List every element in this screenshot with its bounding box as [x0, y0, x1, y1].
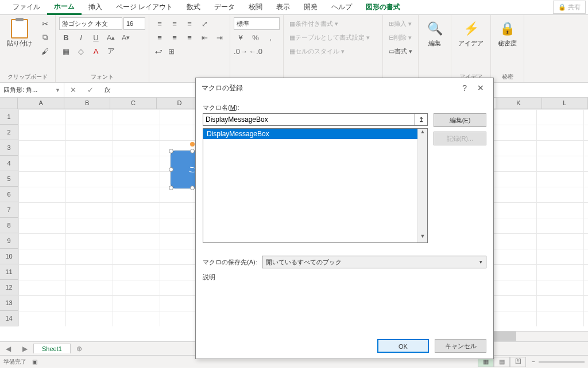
tab-shape-format[interactable]: 図形の書式 — [359, 1, 407, 14]
row-header-3[interactable]: 3 — [0, 140, 18, 156]
resize-handle-sw[interactable] — [169, 186, 173, 190]
tab-view[interactable]: 表示 — [269, 1, 297, 14]
zoom-slider[interactable] — [539, 361, 585, 363]
font-color-button[interactable]: A — [89, 45, 103, 57]
tab-review[interactable]: 校閲 — [242, 1, 269, 14]
align-center-button[interactable]: ≡ — [168, 31, 181, 44]
format-as-table-button[interactable]: ▦ テーブルとして書式設定 ▾ — [287, 31, 379, 44]
fx-button[interactable]: fx — [99, 86, 116, 94]
col-header-C[interactable]: C — [110, 98, 156, 109]
bold-button[interactable]: B — [59, 31, 73, 44]
macro-list[interactable]: DisplayMessageBox ▲ ▼ — [203, 128, 428, 243]
align-right-button[interactable]: ≡ — [183, 31, 196, 44]
tab-insert[interactable]: 挿入 — [82, 1, 109, 14]
enter-formula-button[interactable]: ✓ — [82, 86, 99, 94]
cancel-button[interactable]: キャンセル — [435, 339, 486, 353]
row-header-2[interactable]: 2 — [0, 125, 18, 140]
macro-list-item-selected[interactable]: DisplayMessageBox — [203, 129, 427, 139]
view-page-break-button[interactable]: 凹 — [510, 357, 526, 367]
macro-list-scrollbar[interactable]: ▲ ▼ — [417, 129, 427, 242]
col-header-A[interactable]: A — [18, 98, 64, 109]
delete-cells-button[interactable]: ⊟ 削除 ▾ — [386, 31, 414, 44]
sheet-nav-next[interactable]: ▶ — [17, 345, 33, 353]
row-header-9[interactable]: 9 — [0, 233, 18, 249]
row-header-13[interactable]: 13 — [0, 295, 18, 311]
row-header-7[interactable]: 7 — [0, 202, 18, 218]
add-sheet-button[interactable]: ⊕ — [71, 345, 88, 353]
increase-indent-button[interactable]: ⇥ — [212, 31, 226, 44]
find-select-button[interactable]: 🔍 編集 — [422, 17, 447, 50]
decrease-indent-button[interactable]: ⇤ — [198, 31, 211, 44]
decrease-font-button[interactable]: A▾ — [119, 31, 133, 44]
col-header-K[interactable]: K — [496, 98, 541, 109]
row-header-4[interactable]: 4 — [0, 156, 18, 171]
tab-page-layout[interactable]: ページ レイアウト — [109, 1, 180, 14]
resize-handle-nw[interactable] — [169, 149, 173, 153]
copy-button[interactable]: ⧉ — [38, 31, 52, 44]
scroll-down-icon[interactable]: ▼ — [418, 233, 427, 242]
align-middle-button[interactable]: ≡ — [168, 17, 181, 30]
number-format-combo[interactable]: 標準 — [234, 17, 280, 30]
dialog-help-button[interactable]: ? — [455, 83, 474, 93]
cut-button[interactable]: ✂ — [38, 17, 52, 30]
increase-font-button[interactable]: A▴ — [104, 31, 118, 44]
edit-macro-button[interactable]: 編集(E) — [434, 113, 486, 127]
share-button[interactable]: 🔒 共有 — [553, 1, 586, 14]
italic-button[interactable]: I — [74, 31, 88, 44]
name-box[interactable]: 四角形: 角... ▼ — [0, 83, 64, 97]
sheet-tab-sheet1[interactable]: Sheet1 — [33, 344, 71, 353]
align-left-button[interactable]: ≡ — [153, 31, 167, 44]
dialog-titlebar[interactable]: マクロの登録 ? ✕ — [196, 78, 493, 98]
select-all-corner[interactable] — [0, 98, 18, 109]
underline-button[interactable]: U — [89, 31, 103, 44]
row-header-12[interactable]: 12 — [0, 280, 18, 295]
resize-handle-s[interactable] — [190, 186, 195, 190]
decrease-decimal-button[interactable]: ←.0 — [249, 45, 262, 57]
borders-button[interactable]: ▦ — [59, 45, 73, 57]
col-header-L[interactable]: L — [542, 98, 588, 109]
row-header-1[interactable]: 1 — [0, 109, 18, 125]
paste-button[interactable]: 貼り付け — [3, 17, 36, 50]
scroll-up-icon[interactable]: ▲ — [418, 129, 427, 138]
ok-button[interactable]: OK — [377, 339, 429, 353]
row-header-11[interactable]: 11 — [0, 264, 18, 280]
insert-cells-button[interactable]: ⊞ 挿入 ▾ — [386, 17, 414, 30]
format-cells-button[interactable]: ▭ 書式 ▾ — [386, 45, 415, 57]
font-name-combo[interactable]: 游ゴシック 本文 — [59, 17, 122, 30]
percent-button[interactable]: % — [249, 31, 262, 44]
align-bottom-button[interactable]: ≡ — [183, 17, 196, 30]
cancel-formula-button[interactable]: ✕ — [64, 86, 82, 94]
phonetic-button[interactable]: ア — [104, 45, 118, 57]
sheet-nav-prev[interactable]: ◀ — [0, 345, 17, 353]
cell-styles-button[interactable]: ▦ セルのスタイル ▾ — [287, 45, 379, 57]
tab-data[interactable]: データ — [207, 1, 242, 14]
row-header-8[interactable]: 8 — [0, 218, 18, 233]
row-header-10[interactable]: 10 — [0, 249, 18, 264]
row-header-14[interactable]: 14 — [0, 311, 18, 326]
comma-button[interactable]: , — [264, 31, 277, 44]
col-header-B[interactable]: B — [64, 98, 110, 109]
macro-name-input[interactable] — [203, 113, 415, 126]
align-top-button[interactable]: ≡ — [153, 17, 167, 30]
macro-store-combo[interactable]: 開いているすべてのブック ▾ — [262, 256, 486, 268]
conditional-format-button[interactable]: ▦ 条件付き書式 ▾ — [287, 17, 379, 30]
tab-help[interactable]: ヘルプ — [324, 1, 359, 14]
sensitivity-button[interactable]: 🔒 秘密度 — [494, 17, 520, 50]
increase-decimal-button[interactable]: .0→ — [234, 45, 247, 57]
macro-record-icon[interactable]: ▣ — [32, 359, 37, 365]
ideas-button[interactable]: ⚡ アイデア — [455, 17, 487, 50]
orientation-button[interactable]: ⤢ — [198, 17, 211, 30]
accounting-button[interactable]: ¥ — [234, 31, 247, 44]
fill-color-button[interactable]: ◇ — [74, 45, 88, 57]
merge-button[interactable]: ⊞ — [166, 45, 177, 57]
tab-formulas[interactable]: 数式 — [180, 1, 207, 14]
zoom-out-button[interactable]: − — [532, 359, 535, 365]
resize-handle-w[interactable] — [169, 167, 173, 172]
collapse-dialog-button[interactable]: ↥ — [415, 113, 428, 126]
resize-handle-n[interactable] — [190, 149, 195, 153]
font-size-combo[interactable]: 16 — [123, 17, 145, 30]
tab-file[interactable]: ファイル — [6, 1, 47, 14]
dialog-close-button[interactable]: ✕ — [474, 83, 488, 93]
tab-developer[interactable]: 開発 — [297, 1, 324, 14]
record-macro-button[interactable]: 記録(R)... — [434, 132, 486, 145]
